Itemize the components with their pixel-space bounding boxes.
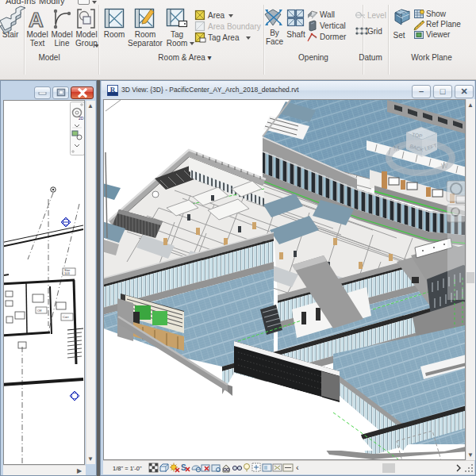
svg-text:R: R — [110, 86, 116, 94]
svg-text:103: 103 — [64, 271, 70, 275]
svg-text:Off: Off — [37, 309, 42, 313]
svg-text:A: A — [29, 8, 44, 32]
svg-text:M: M — [393, 144, 400, 152]
svg-text:W: W — [441, 162, 448, 170]
svg-text:Corr: Corr — [63, 315, 69, 319]
svg-text:2D: 2D — [79, 116, 84, 121]
svg-text:‹: ‹ — [296, 463, 299, 472]
